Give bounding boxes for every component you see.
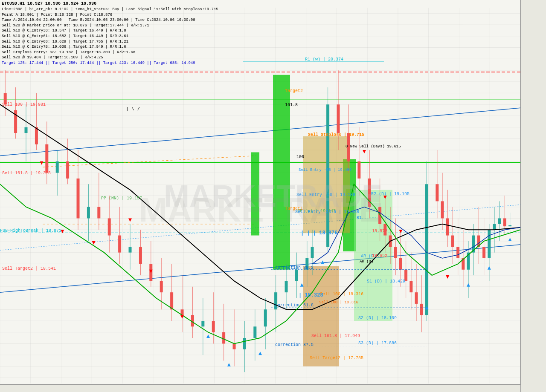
info-line9: Sell %10 @ C_Entry78: 19.036 | Target:17… — [2, 44, 218, 50]
info-line3: Point A:18.901 | Point B:18.328 | Point … — [2, 12, 218, 18]
info-line11: Sell %20 @ 19.404 | Target:18.109 | R/R:… — [2, 55, 218, 61]
info-line12: Target 125: 17.444 || Target 250: 17.444… — [2, 61, 218, 66]
info-line7: Sell %10 @ C_Entry61: 18.682 | Target:16… — [2, 34, 218, 39]
chart-container: ETCUSD.H1 18.927 18.936 18.924 18.936 Li… — [0, 0, 546, 392]
info-line4: Time A:2024.10.04 22:00:00 | Time B:2024… — [2, 17, 218, 23]
info-line6: Sell %10 @ C_Entry38: 18.547 | Target:16… — [2, 28, 218, 34]
chart-info: ETCUSD.H1 18.927 18.936 18.924 18.936 Li… — [2, 1, 218, 66]
time-axis — [0, 384, 520, 392]
info-line5: Sell %20 @ Market price or at: 18.876 | … — [2, 23, 218, 29]
info-line10: Sell Stoploss Entry: %5: 19.182 | Target… — [2, 50, 218, 55]
info-line8: Sell %10 @ C_Entry68: 18.629 | Target:17… — [2, 39, 218, 45]
info-line2: Line:2898 | h1_atr_cb: 0.1102 | tema_h1_… — [2, 7, 218, 12]
price-axis — [520, 0, 546, 392]
ticker-info: ETCUSD.H1 18.927 18.936 18.924 18.936 — [2, 1, 218, 7]
